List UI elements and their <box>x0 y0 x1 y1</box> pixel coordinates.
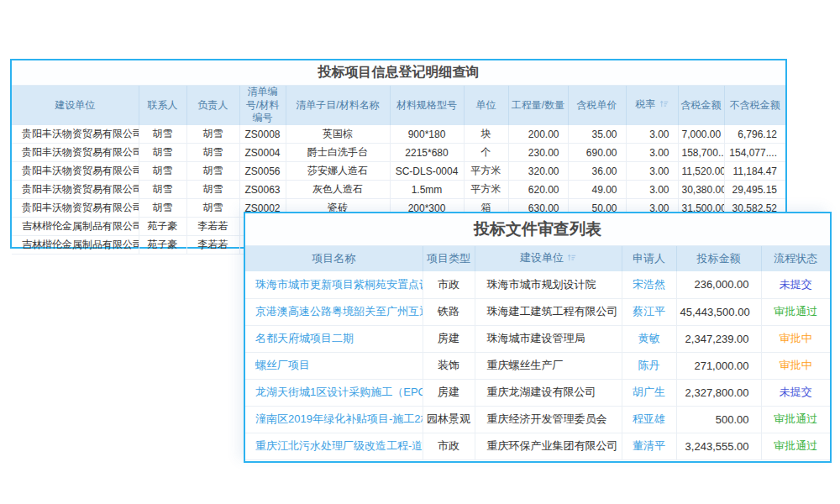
review-cell-applicant[interactable]: 宋浩然 <box>622 271 676 298</box>
review-cell-status: 审批通过 <box>761 433 830 459</box>
detail-header-unit: 单位 <box>464 86 508 125</box>
detail-cell-org: 吉林楷伦金属制品有限公司 <box>12 236 139 255</box>
review-table: 项目名称 项目类型 建设单位 申请人 投标金额 流程状态 珠海市城市更新项目紫桐… <box>245 246 830 460</box>
review-cell-project[interactable]: 名都天府城项目二期 <box>245 325 423 352</box>
review-table-body: 珠海市城市更新项目紫桐苑安置点设计...市政珠海市城市规划设计院宋浩然236,0… <box>245 271 830 459</box>
review-header-applicant: 申请人 <box>622 246 676 271</box>
detail-cell-amount_ex: 29,495.15 <box>724 181 785 199</box>
detail-header-amount: 含税金额 <box>678 86 724 125</box>
table-row: 珠海市城市更新项目紫桐苑安置点设计...市政珠海市城市规划设计院宋浩然236,0… <box>245 271 830 298</box>
detail-cell-owner: 胡雪 <box>186 125 239 144</box>
detail-cell-mat: 莎安娜人造石 <box>286 162 390 181</box>
review-cell-applicant[interactable]: 程亚雄 <box>622 406 676 433</box>
detail-header-amount-ex: 不含税金额 <box>724 86 785 125</box>
sort-icon[interactable] <box>659 99 669 113</box>
detail-cell-price: 35.00 <box>568 125 626 144</box>
review-cell-project[interactable]: 京港澳高速公路粤境韶关至广州互通路... <box>245 298 423 325</box>
detail-cell-amount_ex: 11,184.47 <box>724 162 785 181</box>
detail-cell-unit: 平方米 <box>464 181 508 199</box>
review-cell-status: 审批通过 <box>761 406 830 433</box>
review-panel-title: 投标文件审查列表 <box>245 213 830 246</box>
table-row: 贵阳丰沃物资贸易有限公司胡雪胡雪ZS0008英国棕900*180块200.003… <box>12 125 785 144</box>
detail-cell-code: ZS0063 <box>239 181 286 199</box>
table-row: 龙湖天街城1区设计采购施工（EPC）...房建重庆龙湖建设有限公司胡广生2,32… <box>245 379 830 406</box>
review-cell-rorg: 珠海建工建筑工程有限公司 <box>475 298 622 325</box>
review-cell-ramount: 2,327,800.00 <box>676 379 761 406</box>
review-header-status: 流程状态 <box>761 246 830 271</box>
detail-cell-contact: 胡雪 <box>139 162 186 181</box>
detail-cell-amount_ex: 154,077.... <box>724 144 785 162</box>
sort-icon[interactable] <box>567 252 576 266</box>
detail-cell-spec: 1.5mm <box>390 181 464 199</box>
review-cell-type: 装饰 <box>423 352 475 379</box>
page: 投标项目信息登记明细查询 建设单位 联系人 负责人 清单编号/材料编号 清单子目… <box>0 0 840 504</box>
detail-cell-qty: 620.00 <box>508 181 568 199</box>
review-cell-status: 审批中 <box>761 352 830 379</box>
detail-cell-contact: 胡雪 <box>139 181 186 199</box>
review-cell-rorg: 重庆经济开发管理委员会 <box>475 406 622 433</box>
detail-header-row: 建设单位 联系人 负责人 清单编号/材料编号 清单子目/材料名称 材料规格型号 … <box>12 86 785 125</box>
review-cell-project[interactable]: 珠海市城市更新项目紫桐苑安置点设计... <box>245 271 423 298</box>
detail-cell-org: 贵阳丰沃物资贸易有限公司 <box>12 181 139 199</box>
table-row: 名都天府城项目二期房建珠海城市建设管理局黄敏2,347,239.00审批中 <box>245 325 830 352</box>
review-cell-applicant[interactable]: 陈丹 <box>622 352 676 379</box>
review-header-amount: 投标金额 <box>676 246 761 271</box>
detail-header-tax-sort[interactable]: 税率 <box>626 86 678 125</box>
detail-header-code: 清单编号/材料编号 <box>239 86 286 125</box>
detail-cell-spec: SC-DLS-0004 <box>390 162 464 181</box>
review-cell-ramount: 500.00 <box>676 406 761 433</box>
review-cell-applicant[interactable]: 黄敏 <box>622 325 676 352</box>
detail-cell-spec: 2215*680 <box>390 144 464 162</box>
detail-header-qty: 工程量/数量 <box>508 86 568 125</box>
detail-cell-org: 贵阳丰沃物资贸易有限公司 <box>12 125 139 144</box>
detail-header-price: 含税单价 <box>568 86 626 125</box>
detail-cell-amount_ex: 6,796.12 <box>724 125 785 144</box>
review-cell-project[interactable]: 龙湖天街城1区设计采购施工（EPC）... <box>245 379 423 406</box>
detail-cell-contact: 苑子豪 <box>139 236 186 255</box>
detail-cell-tax: 3.00 <box>626 162 678 181</box>
review-cell-applicant[interactable]: 董清平 <box>622 433 676 459</box>
detail-cell-code: ZS0008 <box>239 125 286 144</box>
detail-cell-owner: 胡雪 <box>186 199 239 218</box>
review-cell-rorg: 重庆螺丝生产厂 <box>475 352 622 379</box>
detail-cell-price: 36.00 <box>568 162 626 181</box>
review-header-org-sort[interactable]: 建设单位 <box>475 246 622 271</box>
review-cell-applicant[interactable]: 蔡江平 <box>622 298 676 325</box>
review-cell-status: 未提交 <box>761 271 830 298</box>
review-cell-status: 未提交 <box>761 379 830 406</box>
review-cell-project[interactable]: 潼南区2019年绿化补贴项目-施工2标段 <box>245 406 423 433</box>
review-cell-project[interactable]: 螺丝厂项目 <box>245 352 423 379</box>
review-cell-type: 市政 <box>423 271 475 298</box>
review-cell-applicant[interactable]: 胡广生 <box>622 379 676 406</box>
detail-cell-amount: 30,380.00 <box>678 181 724 199</box>
review-cell-type: 铁路 <box>423 298 475 325</box>
review-cell-ramount: 3,243,555.00 <box>676 433 761 459</box>
detail-cell-unit: 块 <box>464 125 508 144</box>
detail-cell-owner: 胡雪 <box>186 162 239 181</box>
detail-cell-org: 贵阳丰沃物资贸易有限公司 <box>12 162 139 181</box>
table-row: 京港澳高速公路粤境韶关至广州互通路...铁路珠海建工建筑工程有限公司蔡江平45,… <box>245 298 830 325</box>
detail-cell-tax: 3.00 <box>626 181 678 199</box>
detail-cell-org: 吉林楷伦金属制品有限公司 <box>12 218 139 236</box>
detail-cell-price: 690.00 <box>568 144 626 162</box>
review-header-type: 项目类型 <box>423 246 475 271</box>
review-header-project: 项目名称 <box>245 246 423 271</box>
review-cell-type: 房建 <box>423 325 475 352</box>
table-row: 螺丝厂项目装饰重庆螺丝生产厂陈丹271,000.00审批中 <box>245 352 830 379</box>
detail-cell-code: ZS0004 <box>239 144 286 162</box>
review-cell-status: 审批中 <box>761 325 830 352</box>
detail-cell-amount: 11,520.00 <box>678 162 724 181</box>
review-cell-status: 审批通过 <box>761 298 830 325</box>
review-cell-project[interactable]: 重庆江北污水处理厂级改造工程-道路... <box>245 433 423 459</box>
review-cell-ramount: 45,443,500.00 <box>676 298 761 325</box>
review-cell-type: 园林景观 <box>423 406 475 433</box>
table-row: 潼南区2019年绿化补贴项目-施工2标段园林景观重庆经济开发管理委员会程亚雄50… <box>245 406 830 433</box>
table-row: 贵阳丰沃物资贸易有限公司胡雪胡雪ZS0004爵士白洗手台2215*680个230… <box>12 144 785 162</box>
review-cell-ramount: 2,347,239.00 <box>676 325 761 352</box>
table-row: 贵阳丰沃物资贸易有限公司胡雪胡雪ZS0063灰色人造石1.5mm平方米620.0… <box>12 181 785 199</box>
detail-cell-spec: 900*180 <box>390 125 464 144</box>
detail-cell-qty: 230.00 <box>508 144 568 162</box>
review-cell-ramount: 271,000.00 <box>676 352 761 379</box>
detail-cell-amount: 158,700... <box>678 144 724 162</box>
review-cell-rorg: 珠海市城市规划设计院 <box>475 271 622 298</box>
